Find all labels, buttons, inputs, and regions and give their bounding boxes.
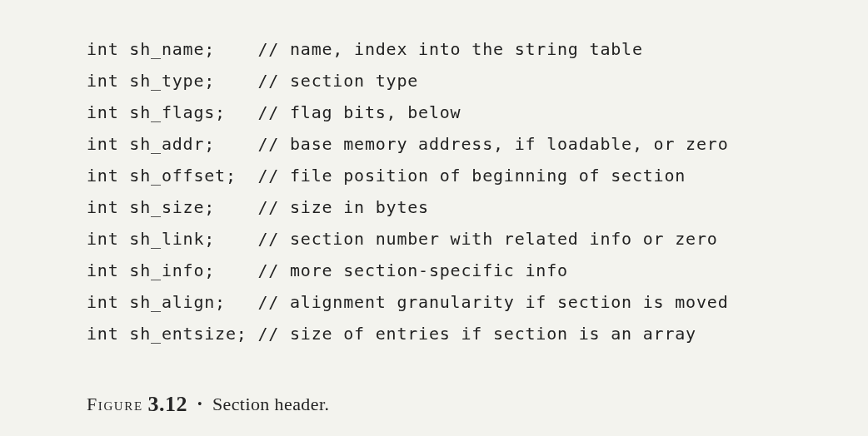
- code-decl: int sh_type;: [87, 71, 257, 91]
- figure-caption: Figure 3.12 • Section header.: [87, 391, 868, 416]
- code-comment: // base memory address, if loadable, or …: [257, 134, 728, 154]
- code-decl: int sh_entsize;: [87, 324, 257, 344]
- code-line: int sh_type; // section type: [87, 71, 418, 91]
- bullet-icon: •: [197, 397, 202, 412]
- code-comment: // flag bits, below: [257, 102, 461, 122]
- code-comment: // more section-specific info: [257, 260, 567, 280]
- code-decl: int sh_addr;: [87, 134, 257, 154]
- code-line: int sh_flags; // flag bits, below: [87, 102, 461, 122]
- code-comment: // section type: [257, 71, 418, 91]
- code-line: int sh_link; // section number with rela…: [87, 229, 718, 249]
- code-line: int sh_offset; // file position of begin…: [87, 166, 686, 186]
- code-comment: // alignment granularity if section is m…: [257, 292, 728, 312]
- code-comment: // size in bytes: [257, 197, 428, 217]
- code-line: int sh_size; // size in bytes: [87, 197, 429, 217]
- code-line: int sh_info; // more section-specific in…: [87, 260, 568, 280]
- code-comment: // name, index into the string table: [257, 39, 642, 59]
- figure-label: Figure: [87, 394, 143, 414]
- code-line: int sh_align; // alignment granularity i…: [87, 292, 728, 312]
- page: int sh_name; // name, index into the str…: [0, 0, 868, 416]
- code-line: int sh_name; // name, index into the str…: [87, 39, 643, 59]
- code-decl: int sh_flags;: [87, 102, 257, 122]
- code-comment: // section number with related info or z…: [257, 229, 717, 249]
- code-line: int sh_addr; // base memory address, if …: [87, 134, 728, 154]
- code-decl: int sh_info;: [87, 260, 257, 280]
- code-comment: // size of entries if section is an arra…: [257, 324, 696, 344]
- code-decl: int sh_link;: [87, 229, 257, 249]
- code-decl: int sh_name;: [87, 39, 257, 59]
- code-decl: int sh_align;: [87, 292, 257, 312]
- code-comment: // file position of beginning of section: [257, 166, 686, 186]
- figure-number: 3.12: [148, 392, 188, 416]
- code-decl: int sh_offset;: [87, 166, 257, 186]
- figure-text: Section header.: [212, 394, 329, 414]
- code-decl: int sh_size;: [87, 197, 257, 217]
- code-line: int sh_entsize; // size of entries if se…: [87, 324, 696, 344]
- code-block: int sh_name; // name, index into the str…: [87, 33, 868, 349]
